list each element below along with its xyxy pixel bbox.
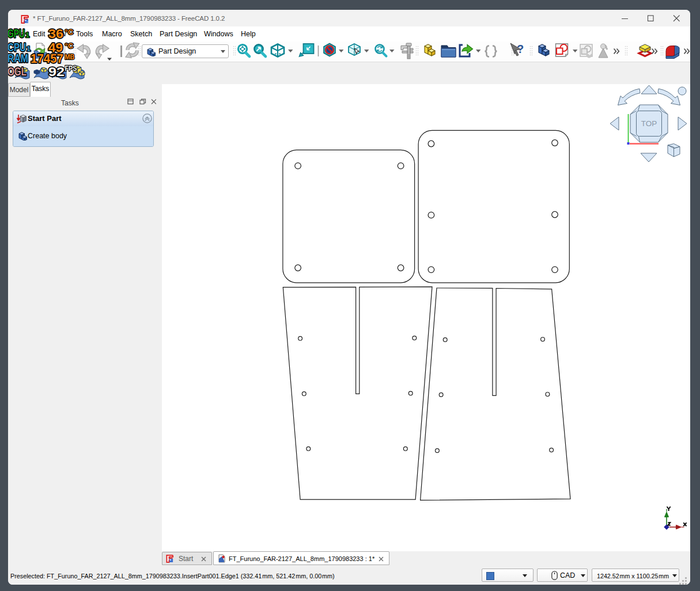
svg-text:36: 36 [48,26,63,41]
svg-text:?: ? [517,43,524,55]
svg-text:MB: MB [65,53,75,61]
svg-text:1: 1 [25,31,29,39]
svg-text:FPS: FPS [65,64,77,73]
svg-text:17457: 17457 [31,51,63,66]
svg-text:RAM: RAM [8,52,28,65]
svg-text:°C: °C [65,28,74,36]
svg-text:TOP: TOP [641,119,657,128]
svg-text:°C: °C [65,42,74,50]
svg-text:OGL: OGL [8,65,27,78]
svg-text:92: 92 [48,65,65,79]
svg-text:GPU: GPU [8,27,25,40]
